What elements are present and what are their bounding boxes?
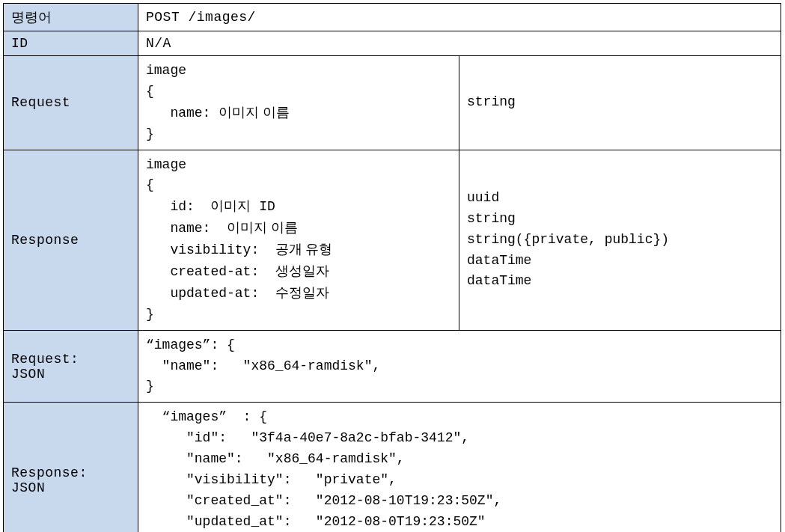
- label-id: ID: [4, 31, 138, 56]
- request-body: image { name: 이미지 이름 }: [138, 56, 459, 150]
- request-types: string: [459, 56, 781, 150]
- response-json-body: “images” : { "id": "3f4a-40e7-8a2c-bfab-…: [138, 403, 781, 532]
- response-body: image { id: 이미지 ID name: 이미지 이름 visibili…: [138, 150, 459, 330]
- label-command: 명령어: [4, 4, 138, 31]
- api-spec-table: 명령어 POST /images/ ID N/A Request image {…: [3, 3, 781, 532]
- row-request-json: Request: JSON “images”: { "name": "x86_6…: [4, 330, 781, 403]
- label-request: Request: [4, 56, 138, 150]
- response-types: uuid string string({private, public}) da…: [459, 150, 781, 330]
- row-request: Request image { name: 이미지 이름 } string: [4, 56, 781, 150]
- row-response-json: Response: JSON “images” : { "id": "3f4a-…: [4, 403, 781, 532]
- row-command: 명령어 POST /images/: [4, 4, 781, 31]
- row-response: Response image { id: 이미지 ID name: 이미지 이름…: [4, 150, 781, 330]
- label-response: Response: [4, 150, 138, 330]
- label-request-json: Request: JSON: [4, 330, 138, 403]
- value-command: POST /images/: [138, 4, 781, 31]
- label-response-json: Response: JSON: [4, 403, 138, 532]
- label-command-text: 명령어: [11, 10, 52, 25]
- value-id: N/A: [138, 31, 781, 56]
- request-json-body: “images”: { "name": "x86_64-ramdisk", }: [138, 330, 781, 403]
- row-id: ID N/A: [4, 31, 781, 56]
